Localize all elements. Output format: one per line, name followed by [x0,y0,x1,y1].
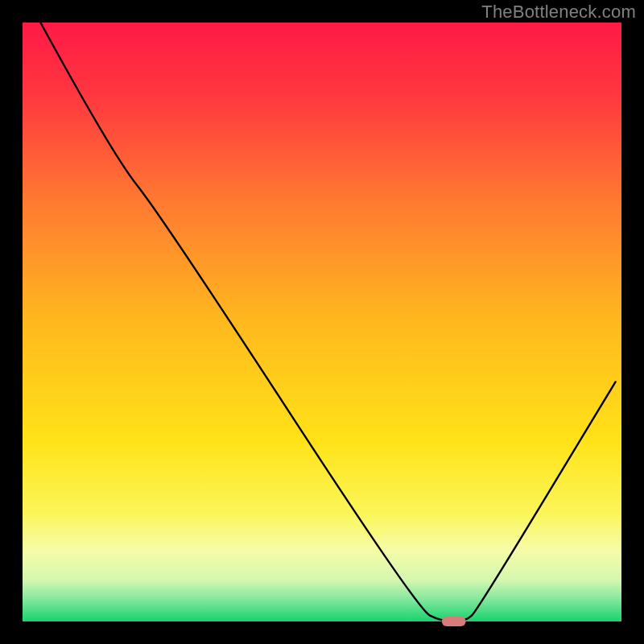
bottleneck-chart [0,0,644,644]
watermark-text: TheBottleneck.com [481,2,636,23]
chart-container: TheBottleneck.com [0,0,644,644]
optimal-range-marker [442,617,466,626]
plot-background [23,23,621,621]
